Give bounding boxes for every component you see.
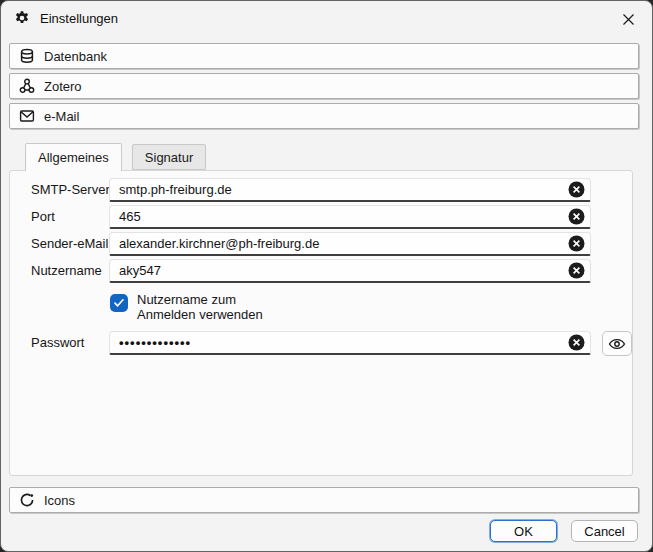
sender-email-input[interactable] — [109, 232, 591, 256]
smtp-server-field-wrap — [109, 178, 591, 202]
section-email[interactable]: e-Mail — [9, 103, 639, 129]
username-label: Nutzername — [31, 259, 102, 283]
section-icons[interactable]: Icons — [9, 487, 639, 513]
show-password-button[interactable] — [602, 331, 632, 356]
tab-signatur[interactable]: Signatur — [132, 144, 206, 170]
use-username-checkbox[interactable] — [110, 294, 128, 312]
checkmark-icon — [113, 297, 125, 309]
smtp-server-input[interactable] — [109, 178, 591, 202]
section-label: Icons — [44, 493, 75, 508]
password-field-wrap — [109, 331, 591, 355]
tab-label: Signatur — [145, 150, 193, 165]
mail-icon — [19, 108, 35, 124]
section-label: Datenbank — [44, 49, 107, 64]
section-label: Zotero — [44, 79, 82, 94]
sender-email-label: Sender-eMail — [31, 232, 108, 256]
password-label: Passwort — [31, 331, 84, 355]
cancel-button[interactable]: Cancel — [571, 520, 638, 542]
clear-icon[interactable] — [568, 235, 585, 252]
gear-icon — [14, 10, 30, 26]
dialog-title: Einstellungen — [40, 11, 118, 26]
section-label: e-Mail — [44, 109, 79, 124]
tab-allgemeines[interactable]: Allgemeines — [25, 143, 122, 171]
eye-icon — [608, 337, 626, 351]
username-input[interactable] — [109, 259, 591, 283]
titlebar: Einstellungen — [1, 1, 652, 35]
section-datenbank[interactable]: Datenbank — [9, 43, 639, 69]
refresh-icon — [19, 492, 35, 508]
section-zotero[interactable]: Zotero — [9, 73, 639, 99]
smtp-server-label: SMTP-Server — [31, 178, 110, 202]
clear-icon[interactable] — [568, 208, 585, 225]
port-field-wrap — [109, 205, 591, 229]
clear-icon[interactable] — [568, 262, 585, 279]
clear-icon[interactable] — [568, 181, 585, 198]
database-icon — [19, 48, 35, 64]
password-input[interactable] — [109, 331, 591, 355]
email-tabbar: Allgemeines Signatur — [25, 143, 206, 171]
tab-label: Allgemeines — [38, 150, 109, 165]
close-icon[interactable] — [613, 6, 643, 32]
sender-email-field-wrap — [109, 232, 591, 256]
settings-dialog: Einstellungen Datenbank Zotero e-Mail Al… — [0, 0, 653, 552]
use-username-checkbox-label: Nutzername zum Anmelden verwenden — [137, 292, 263, 322]
port-input[interactable] — [109, 205, 591, 229]
ok-button[interactable]: OK — [490, 520, 557, 542]
port-label: Port — [31, 205, 55, 229]
zotero-icon — [19, 78, 35, 94]
clear-icon[interactable] — [568, 334, 585, 351]
username-field-wrap — [109, 259, 591, 283]
